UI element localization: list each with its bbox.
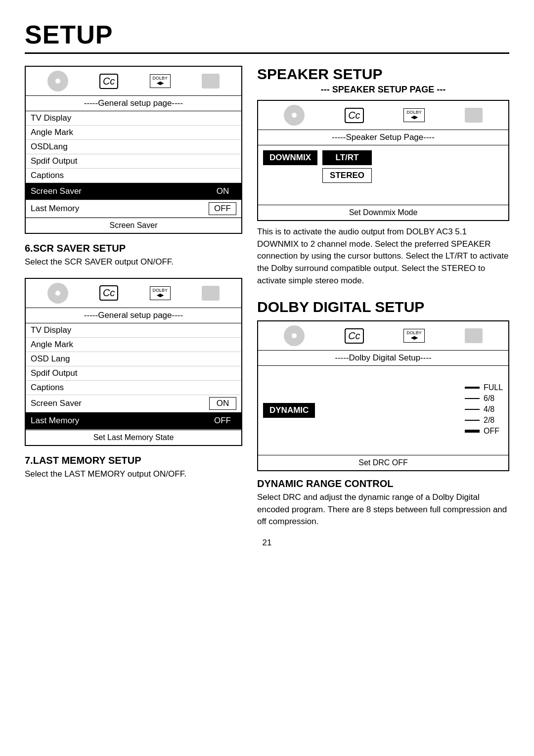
slider-row-48: 4/8 — [322, 405, 503, 414]
dolby-icon-2: DOLBY◀▶ — [150, 286, 171, 300]
speaker-osd-header: -----Speaker Setup Page---- — [258, 130, 508, 145]
slider-line-28 — [465, 420, 480, 421]
slider-line-48 — [465, 409, 480, 410]
screen-icon-sp — [465, 108, 483, 123]
cc-icon-2: Cc — [99, 285, 118, 301]
downmix-button[interactable]: DOWNMIX — [263, 150, 317, 165]
osd2-screensaver-value: ON — [209, 397, 236, 410]
scr-saver-body: Select the SCR SAVER output ON/OFF. — [25, 256, 242, 268]
title-divider — [25, 52, 509, 54]
disc-icon-sp — [284, 105, 305, 126]
osd2-item-captions: Captions — [26, 381, 241, 395]
scr-saver-heading: 6.SCR SAVER SETUP — [25, 243, 242, 254]
slider-row-off: OFF — [322, 427, 503, 436]
slider-label-full: FULL — [484, 383, 503, 392]
left-column: Cc DOLBY◀▶ -----General setup page---- T… — [25, 66, 242, 528]
osd2-item-osdlang: OSD Lang — [26, 352, 241, 366]
drc-section: DYNAMIC RANGE CONTROL Select DRC and adj… — [257, 478, 509, 528]
dolby-slider-area: FULL 6/8 4/8 2/8 — [322, 383, 503, 438]
screen-icon-2 — [202, 286, 220, 301]
osd1-item-spdif: Spdif Output — [26, 154, 241, 169]
dolby-digital-section: DOLBY DIGITAL SETUP Cc DOLBY◀▶ -----Dolb… — [257, 299, 509, 528]
speaker-osd-icons: Cc DOLBY◀▶ — [258, 101, 508, 130]
osd1-item-anglemark: Angle Mark — [26, 126, 241, 140]
osd2-item-anglemark: Angle Mark — [26, 338, 241, 352]
right-column: SPEAKER SETUP --- SPEAKER SETUP PAGE ---… — [257, 66, 509, 528]
slider-label-off: OFF — [484, 427, 503, 436]
osd-icons-row-1: Cc DOLBY◀▶ — [26, 67, 241, 96]
slider-label-28: 2/8 — [484, 416, 503, 425]
disc-icon-2 — [47, 283, 68, 304]
speaker-content: DOWNMIX LT/RT STEREO — [258, 145, 508, 205]
osd1-header: -----General setup page---- — [26, 96, 241, 111]
osd2-lastmemory-value: OFF — [209, 414, 236, 427]
dolby-osd-header: -----Dolby Digital Setup---- — [258, 351, 508, 366]
slider-label-68: 6/8 — [484, 394, 503, 403]
slider-line-68 — [465, 398, 480, 399]
last-memory-body: Select the LAST MEMORY output ON/OFF. — [25, 468, 242, 480]
osd1-lastmemory-value: OFF — [209, 202, 236, 215]
scr-saver-section: 6.SCR SAVER SETUP Select the SCR SAVER o… — [25, 243, 242, 268]
speaker-left: DOWNMIX — [263, 150, 317, 165]
stereo-button[interactable]: STEREO — [322, 168, 372, 183]
osd1-item-osdlang: OSDLang — [26, 140, 241, 154]
osd1-item-lastmemory: Last Memory OFF — [26, 200, 241, 218]
screen-icon — [202, 74, 220, 89]
drc-heading: DYNAMIC RANGE CONTROL — [257, 478, 509, 489]
slider-label-48: 4/8 — [484, 405, 503, 414]
drc-description: Select DRC and adjust the dynamic range … — [257, 491, 509, 528]
osd2-item-lastmemory: Last Memory OFF — [26, 412, 241, 430]
slider-row-full: FULL — [322, 383, 503, 392]
osd-box-2: Cc DOLBY◀▶ -----General setup page---- T… — [25, 278, 242, 446]
dynamic-button[interactable]: DYNAMIC — [263, 403, 315, 418]
speaker-heading: SPEAKER SETUP — [257, 66, 509, 83]
osd1-item-screensaver: Screen Saver ON — [26, 183, 241, 200]
main-layout: Cc DOLBY◀▶ -----General setup page---- T… — [25, 66, 509, 528]
osd1-footer: Screen Saver — [26, 218, 241, 233]
speaker-setup-section: SPEAKER SETUP --- SPEAKER SETUP PAGE ---… — [257, 66, 509, 287]
dolby-heading: DOLBY DIGITAL SETUP — [257, 299, 509, 315]
osd1-item-captions: Captions — [26, 169, 241, 183]
osd2-header: -----General setup page---- — [26, 308, 241, 323]
osd2-item-screensaver: Screen Saver ON — [26, 395, 241, 412]
dolby-icon: DOLBY◀▶ — [150, 74, 171, 88]
speaker-description: This is to activate the audio output fro… — [257, 226, 509, 287]
osd2-item-spdif: Spdif Output — [26, 366, 241, 381]
screen-icon-dd — [465, 328, 483, 343]
speaker-sub-heading: --- SPEAKER SETUP PAGE --- — [257, 85, 509, 95]
osd2-footer: Set Last Memory State — [26, 430, 241, 445]
last-memory-heading: 7.LAST MEMORY SETUP — [25, 455, 242, 466]
dolby-content: DYNAMIC FULL 6/8 4/8 — [258, 366, 508, 455]
speaker-osd-box: Cc DOLBY◀▶ -----Speaker Setup Page---- D… — [257, 100, 509, 221]
disc-icon-dd — [284, 325, 305, 346]
page-number: 21 — [25, 538, 509, 548]
dolby-osd-icons: Cc DOLBY◀▶ — [258, 321, 508, 351]
dolby-osd-box: Cc DOLBY◀▶ -----Dolby Digital Setup---- … — [257, 320, 509, 471]
lt-rt-button[interactable]: LT/RT — [322, 150, 372, 165]
osd1-item-tvdisplay: TV Display — [26, 111, 241, 126]
speaker-osd-footer: Set Downmix Mode — [258, 205, 508, 220]
disc-icon — [47, 71, 68, 91]
slider-row-68: 6/8 — [322, 394, 503, 403]
last-memory-section: 7.LAST MEMORY SETUP Select the LAST MEMO… — [25, 455, 242, 480]
cc-icon-sp: Cc — [345, 108, 363, 123]
cc-icon: Cc — [99, 74, 118, 89]
osd1-screensaver-value: ON — [209, 185, 236, 198]
speaker-right: LT/RT STEREO — [322, 150, 372, 183]
osd2-item-tvdisplay: TV Display — [26, 323, 241, 338]
slider-row-28: 2/8 — [322, 416, 503, 425]
osd-icons-row-2: Cc DOLBY◀▶ — [26, 279, 241, 308]
dolby-icon-sp: DOLBY◀▶ — [403, 108, 425, 122]
slider-line-off — [465, 430, 480, 433]
osd-box-1: Cc DOLBY◀▶ -----General setup page---- T… — [25, 66, 242, 234]
dolby-osd-footer: Set DRC OFF — [258, 455, 508, 470]
dolby-icon-dd: DOLBY◀▶ — [403, 329, 425, 343]
cc-icon-dd: Cc — [345, 328, 363, 344]
slider-line-full — [465, 387, 480, 389]
page-title: SETUP — [25, 20, 509, 49]
